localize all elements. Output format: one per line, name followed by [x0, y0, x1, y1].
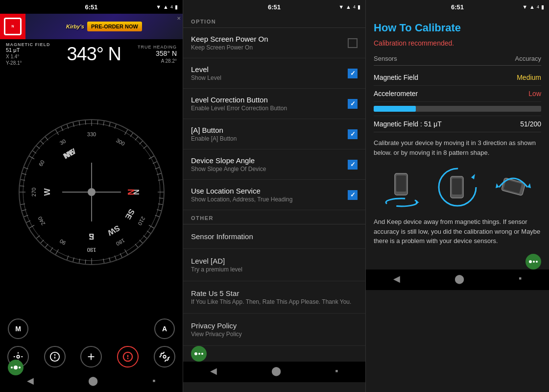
- ad-preorder-button[interactable]: PRE-ORDER NOW: [87, 22, 142, 31]
- status-icons: ▼ ▲ 4 ▮: [156, 4, 178, 10]
- svg-line-10: [139, 141, 142, 144]
- location-title: Use Location Service: [191, 187, 292, 195]
- status-bar-compass: 6:51 ▼ ▲ 4 ▮: [0, 0, 183, 14]
- accelerometer-sensor-name: Accelerometer: [374, 90, 418, 98]
- a-button-title: [A] Button: [191, 126, 237, 134]
- calibration-warning2: And Keep device away from magnetic thing…: [374, 217, 541, 246]
- lte-icon-c: 4: [537, 4, 539, 9]
- other-item-level-ad[interactable]: Level [AD] Try a premium level: [183, 249, 365, 281]
- svg-text:300: 300: [115, 137, 126, 147]
- ad-close-icon[interactable]: ✕: [177, 16, 181, 21]
- settings-nav-button[interactable]: [154, 346, 175, 368]
- status-bar-settings: 6:51 ▼ ▲ 4 ▮: [183, 0, 365, 14]
- back-button-settings[interactable]: ◀: [202, 364, 225, 378]
- slope-angle-title: Device Slope Angle: [191, 156, 266, 165]
- info-nav-button[interactable]: [44, 346, 66, 368]
- mag-field-value-row: Magnetic Field : 51 μT 51/200: [374, 116, 541, 132]
- svg-line-33: [85, 259, 86, 264]
- home-button-settings[interactable]: ⬤: [263, 364, 289, 378]
- keep-screen-checkbox[interactable]: [348, 38, 358, 48]
- svg-line-39: [45, 244, 48, 247]
- accuracy-header: Accuracy: [515, 55, 541, 62]
- recents-button-settings[interactable]: ▪: [327, 364, 346, 378]
- svg-point-85: [88, 188, 95, 196]
- x-value: X 1.4°: [6, 54, 50, 59]
- svg-line-40: [41, 240, 44, 243]
- level-correction-checkbox[interactable]: [348, 99, 358, 109]
- level-ad-title: Level [AD]: [191, 257, 358, 265]
- settings-item-slope-angle[interactable]: Device Slope Angle Show Slope Angle Of D…: [183, 149, 365, 180]
- magnetic-field-value: 51 μT: [6, 47, 50, 53]
- magnetic-field-info: MAGNETIC FIELD 51 μT X 1.4° Y-28.1°: [6, 42, 50, 66]
- svg-point-95: [163, 355, 166, 358]
- svg-rect-97: [396, 175, 406, 192]
- a-button[interactable]: A: [154, 318, 175, 339]
- svg-text:240: 240: [37, 216, 47, 226]
- other-item-sensor-info[interactable]: Sensor Information: [183, 224, 365, 249]
- settings-item-location[interactable]: Use Location Service Show Location, Addr…: [183, 180, 365, 210]
- ad-content[interactable]: Kirby's PRE-ORDER NOW ✕: [25, 14, 183, 39]
- m-button[interactable]: M: [8, 318, 28, 339]
- nav-buttons-row: [0, 342, 183, 371]
- svg-point-86: [17, 355, 20, 358]
- a-button-checkbox[interactable]: [348, 129, 358, 139]
- other-item-rate-us[interactable]: Rate Us 5 Star If You Like This App. The…: [183, 281, 365, 314]
- fab-compass[interactable]: [8, 360, 24, 375]
- privacy-subtitle: View Privacy Policy: [191, 331, 358, 338]
- svg-line-18: [159, 198, 163, 198]
- svg-point-98: [386, 198, 417, 206]
- signal-icon-c: ▲: [529, 4, 535, 10]
- settings-item-level-correction[interactable]: Level Correction Button Enable Level Err…: [183, 89, 365, 119]
- fab-calibration[interactable]: [525, 254, 541, 270]
- back-button-compass[interactable]: ◀: [19, 373, 42, 388]
- lte-icon-s: 4: [353, 4, 356, 9]
- settings-item-keep-screen[interactable]: Keep Screen Power On Keep Screen Power O…: [183, 28, 365, 58]
- svg-text:270: 270: [31, 188, 37, 196]
- signal-icon: ▲: [163, 4, 168, 10]
- svg-text:30: 30: [58, 138, 67, 147]
- progress-fill: [374, 106, 416, 112]
- svg-line-41: [36, 236, 40, 239]
- svg-marker-103: [471, 174, 475, 179]
- svg-text:W: W: [43, 188, 51, 196]
- other-item-privacy[interactable]: Privacy Policy View Privacy Policy: [183, 314, 365, 346]
- fab-settings[interactable]: [191, 346, 207, 362]
- home-button-compass[interactable]: ⬤: [80, 373, 106, 388]
- plus-nav-button[interactable]: [80, 346, 102, 368]
- level-subtitle: Show Level: [191, 74, 221, 81]
- recents-button-calibration[interactable]: ▪: [511, 271, 529, 286]
- ad-banner[interactable]: N Kirby's PRE-ORDER NOW ✕: [0, 14, 183, 39]
- home-button-calibration[interactable]: ⬤: [447, 271, 472, 286]
- svg-marker-106: [527, 183, 531, 188]
- diagram-1: [380, 165, 424, 209]
- svg-text:120: 120: [87, 247, 95, 253]
- status-bar-calibration: 6:51 ▼ ▲ 4 ▮: [366, 0, 549, 14]
- system-nav-bar-calibration: ◀ ⬤ ▪: [366, 270, 549, 290]
- compass-svg: 330 300 30 270 60 240 90 210 180 150 120…: [13, 114, 170, 270]
- magnetic-field-row: Magnetic Field Medium: [374, 70, 541, 86]
- diagram-2: [435, 165, 479, 209]
- settings-panel: 6:51 ▼ ▲ 4 ▮ OPTION Keep Screen Power On…: [183, 0, 366, 392]
- compass-ma-buttons: M A: [0, 316, 183, 342]
- wifi-icon-s: ▼: [338, 4, 344, 10]
- svg-line-25: [139, 240, 142, 243]
- svg-text:180: 180: [115, 237, 126, 247]
- svg-line-56: [45, 137, 48, 140]
- battery-icon-s: ▮: [358, 4, 360, 10]
- section-option: OPTION: [183, 14, 365, 28]
- location-checkbox[interactable]: [348, 190, 358, 200]
- settings-item-level[interactable]: Level Show Level: [183, 58, 365, 89]
- sensor-table-header: Sensors Accuracy: [374, 55, 541, 66]
- settings-item-a-button[interactable]: [A] Button Enable [A] Button: [183, 119, 365, 149]
- recents-button-compass[interactable]: ▪: [144, 373, 163, 388]
- calibration-warning: Calibration recommended.: [374, 39, 541, 47]
- calibration-diagrams: [374, 165, 541, 209]
- level-checkbox[interactable]: [348, 69, 358, 78]
- a-value: A 28.2°: [138, 58, 177, 64]
- alert-nav-button[interactable]: [117, 346, 139, 368]
- svg-line-62: [85, 121, 86, 125]
- slope-angle-checkbox[interactable]: [348, 160, 358, 170]
- svg-text:SE: SE: [123, 208, 136, 221]
- system-nav-bar-compass: ◀ ⬤ ▪: [0, 371, 183, 392]
- back-button-calibration[interactable]: ◀: [385, 271, 408, 286]
